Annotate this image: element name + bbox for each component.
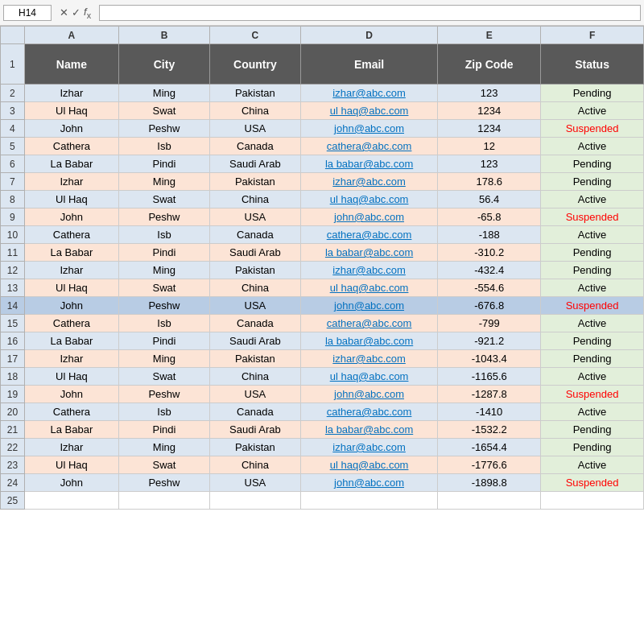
- cell-city[interactable]: Pindi: [119, 332, 210, 350]
- cell-status[interactable]: Suspended: [541, 297, 644, 315]
- email-link[interactable]: la babar@abc.com: [325, 423, 413, 436]
- cell-city[interactable]: Peshw: [119, 297, 210, 315]
- table-row[interactable]: 7IzharMingPakistanizhar@abc.com178.6Pend…: [1, 173, 644, 191]
- cell-city[interactable]: Swat: [119, 191, 210, 208]
- cell-zip[interactable]: 178.6: [438, 173, 541, 191]
- cell-email[interactable]: ul haq@abc.com: [300, 279, 437, 297]
- empty-cell[interactable]: [209, 492, 300, 510]
- cell-country[interactable]: Canada: [209, 315, 300, 332]
- cell-email[interactable]: ul haq@abc.com: [300, 368, 437, 386]
- cell-email[interactable]: cathera@abc.com: [300, 226, 437, 244]
- email-link[interactable]: john@abc.com: [334, 211, 404, 223]
- empty-cell[interactable]: [438, 492, 541, 510]
- cell-status[interactable]: Pending: [541, 173, 644, 191]
- email-link[interactable]: izhar@abc.com: [332, 441, 406, 453]
- cell-city[interactable]: Peshw: [119, 386, 210, 403]
- table-row[interactable]: 9JohnPeshwUSAjohn@abc.com-65.8Suspended: [1, 208, 644, 226]
- cell-name[interactable]: John: [24, 120, 118, 138]
- cell-email[interactable]: john@abc.com: [300, 386, 437, 403]
- cell-email[interactable]: ul haq@abc.com: [300, 191, 437, 208]
- cell-zip[interactable]: -799: [438, 315, 541, 332]
- email-link[interactable]: john@abc.com: [334, 299, 404, 312]
- cell-country[interactable]: Canada: [209, 403, 300, 421]
- email-link[interactable]: ul haq@abc.com: [330, 193, 409, 205]
- col-header-a[interactable]: A: [24, 27, 118, 44]
- cell-status[interactable]: Pending: [541, 85, 644, 102]
- email-link[interactable]: john@abc.com: [334, 122, 404, 134]
- cell-email[interactable]: john@abc.com: [300, 474, 437, 492]
- cell-status[interactable]: Active: [541, 138, 644, 155]
- cell-email[interactable]: la babar@abc.com: [300, 155, 437, 173]
- cell-city[interactable]: Isb: [119, 315, 210, 332]
- cell-email[interactable]: la babar@abc.com: [300, 421, 437, 439]
- cell-email[interactable]: izhar@abc.com: [300, 350, 437, 368]
- cell-reference-box[interactable]: [3, 5, 52, 21]
- table-row[interactable]: 5CatheraIsbCanadacathera@abc.com12Active: [1, 138, 644, 155]
- email-link[interactable]: izhar@abc.com: [332, 264, 406, 276]
- cell-city[interactable]: Peshw: [119, 474, 210, 492]
- cell-email[interactable]: ul haq@abc.com: [300, 456, 437, 474]
- cell-name[interactable]: John: [24, 474, 118, 492]
- email-link[interactable]: izhar@abc.com: [332, 175, 406, 188]
- cell-zip[interactable]: 1234: [438, 102, 541, 120]
- cell-country[interactable]: Pakistan: [209, 85, 300, 102]
- table-row[interactable]: 15CatheraIsbCanadacathera@abc.com-799Act…: [1, 315, 644, 332]
- cell-email[interactable]: izhar@abc.com: [300, 85, 437, 102]
- cancel-icon[interactable]: ✕: [60, 6, 68, 19]
- table-row[interactable]: 12IzharMingPakistanizhar@abc.com-432.4Pe…: [1, 262, 644, 279]
- cell-status[interactable]: Pending: [541, 262, 644, 279]
- cell-zip[interactable]: -65.8: [438, 208, 541, 226]
- cell-zip[interactable]: -554.6: [438, 279, 541, 297]
- cell-email[interactable]: john@abc.com: [300, 120, 437, 138]
- table-row[interactable]: 23Ul HaqSwatChinaul haq@abc.com-1776.6Ac…: [1, 456, 644, 474]
- cell-email[interactable]: cathera@abc.com: [300, 138, 437, 155]
- cell-city[interactable]: Ming: [119, 173, 210, 191]
- empty-cell[interactable]: [119, 492, 210, 510]
- cell-email[interactable]: izhar@abc.com: [300, 262, 437, 279]
- cell-name[interactable]: Izhar: [24, 439, 118, 456]
- cell-zip[interactable]: -432.4: [438, 262, 541, 279]
- cell-country[interactable]: USA: [209, 297, 300, 315]
- cell-name[interactable]: La Babar: [24, 155, 118, 173]
- col-name-header[interactable]: Name: [24, 44, 118, 85]
- cell-status[interactable]: Pending: [541, 421, 644, 439]
- email-link[interactable]: ul haq@abc.com: [330, 282, 409, 294]
- cell-city[interactable]: Ming: [119, 350, 210, 368]
- email-link[interactable]: ul haq@abc.com: [330, 370, 409, 382]
- cell-status[interactable]: Suspended: [541, 474, 644, 492]
- cell-name[interactable]: Izhar: [24, 85, 118, 102]
- cell-name[interactable]: Cathera: [24, 315, 118, 332]
- table-row[interactable]: 19JohnPeshwUSAjohn@abc.com-1287.8Suspend…: [1, 386, 644, 403]
- cell-status[interactable]: Active: [541, 226, 644, 244]
- cell-email[interactable]: john@abc.com: [300, 208, 437, 226]
- cell-country[interactable]: Saudi Arab: [209, 155, 300, 173]
- cell-status[interactable]: Pending: [541, 350, 644, 368]
- cell-status[interactable]: Pending: [541, 439, 644, 456]
- col-header-e[interactable]: E: [438, 27, 541, 44]
- cell-country[interactable]: USA: [209, 474, 300, 492]
- cell-zip[interactable]: -310.2: [438, 244, 541, 262]
- cell-country[interactable]: Pakistan: [209, 350, 300, 368]
- cell-city[interactable]: Swat: [119, 102, 210, 120]
- table-row[interactable]: 10CatheraIsbCanadacathera@abc.com-188Act…: [1, 226, 644, 244]
- cell-country[interactable]: China: [209, 368, 300, 386]
- email-link[interactable]: la babar@abc.com: [325, 158, 413, 170]
- cell-name[interactable]: La Babar: [24, 421, 118, 439]
- cell-status[interactable]: Pending: [541, 244, 644, 262]
- function-icon[interactable]: fx: [84, 6, 91, 20]
- cell-city[interactable]: Pindi: [119, 155, 210, 173]
- table-row[interactable]: 14JohnPeshwUSAjohn@abc.com-676.8Suspende…: [1, 297, 644, 315]
- email-link[interactable]: cathera@abc.com: [327, 140, 412, 152]
- cell-name[interactable]: Ul Haq: [24, 279, 118, 297]
- table-row[interactable]: 3Ul HaqSwatChinaul haq@abc.com1234Active: [1, 102, 644, 120]
- cell-city[interactable]: Ming: [119, 85, 210, 102]
- email-link[interactable]: cathera@abc.com: [327, 229, 412, 241]
- table-row[interactable]: 13Ul HaqSwatChinaul haq@abc.com-554.6Act…: [1, 279, 644, 297]
- cell-name[interactable]: Ul Haq: [24, 368, 118, 386]
- cell-zip[interactable]: -188: [438, 226, 541, 244]
- cell-email[interactable]: ul haq@abc.com: [300, 102, 437, 120]
- cell-city[interactable]: Swat: [119, 279, 210, 297]
- cell-city[interactable]: Isb: [119, 403, 210, 421]
- empty-cell[interactable]: [300, 492, 437, 510]
- cell-name[interactable]: Ul Haq: [24, 102, 118, 120]
